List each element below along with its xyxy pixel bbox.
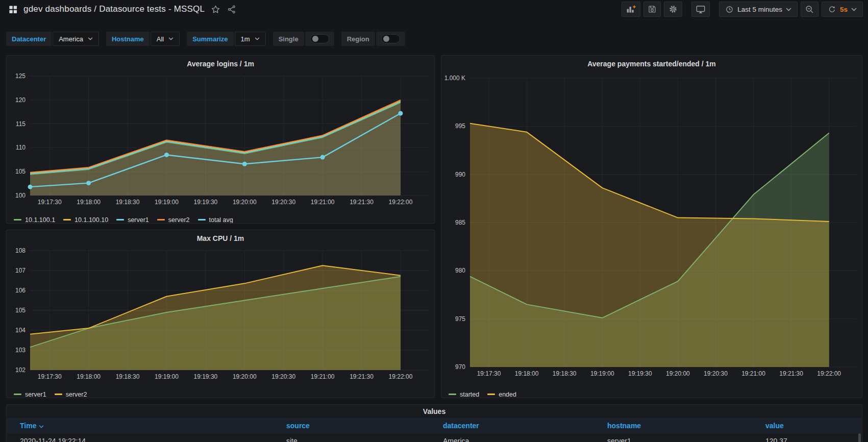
submenu: Datacenter America Hostname All Summariz… (6, 32, 405, 46)
dashboards-grid-icon[interactable] (7, 4, 18, 15)
time-series-graph[interactable]: 19:17:3019:18:0019:18:3019:19:0019:19:30… (441, 72, 862, 387)
time-range-picker[interactable]: Last 5 minutes (719, 2, 798, 17)
region-toggle[interactable] (376, 32, 405, 46)
sort-caret-icon (39, 422, 44, 430)
svg-text:19:19:00: 19:19:00 (155, 199, 179, 206)
toggle-pill (381, 34, 400, 43)
svg-text:19:20:00: 19:20:00 (233, 373, 257, 380)
legend-series-swatch (14, 394, 21, 395)
legend-series-name: 10.1.100.10 (75, 216, 108, 224)
panel-values-table: Values Timesourcedatacenterhostnamevalue… (6, 404, 862, 442)
svg-text:125: 125 (15, 72, 26, 80)
table-header-row: Timesourcedatacenterhostnamevalue (7, 418, 862, 433)
variable-label-datacenter: Datacenter (6, 32, 52, 46)
time-series-graph[interactable]: 19:17:3019:18:0019:18:3019:19:0019:19:30… (7, 72, 434, 213)
variable-value-hostname[interactable]: All (151, 32, 180, 46)
share-icon[interactable] (226, 4, 237, 15)
chevron-down-icon (168, 37, 173, 40)
panel-title[interactable]: Average payments started/ended / 1m (441, 56, 862, 72)
toggle-pill (310, 34, 329, 43)
svg-text:19:20:30: 19:20:30 (704, 370, 728, 377)
svg-text:19:21:30: 19:21:30 (350, 199, 374, 206)
table-column-header-source[interactable]: source (286, 422, 443, 430)
zoom-out-button[interactable] (801, 2, 819, 17)
tv-mode-button[interactable] (691, 2, 710, 17)
legend-series-swatch (449, 394, 456, 395)
svg-text:110: 110 (16, 144, 26, 151)
variable-summarize: Summarize 1m (187, 32, 265, 46)
legend-item[interactable]: total avg (198, 216, 233, 224)
svg-text:115: 115 (16, 120, 26, 128)
svg-text:19:21:00: 19:21:00 (311, 199, 335, 206)
legend-series-name: started (460, 391, 479, 398)
dashboard-title[interactable]: gdev dashboards / Datasource tests - MSS… (23, 4, 205, 14)
table-scrollbar[interactable] (858, 433, 861, 442)
svg-text:19:22:00: 19:22:00 (389, 199, 413, 206)
variable-single: Single (273, 32, 334, 46)
panel-title[interactable]: Max CPU / 1m (7, 230, 434, 247)
legend-series-swatch (55, 394, 62, 395)
svg-text:102: 102 (15, 366, 26, 374)
svg-text:19:18:00: 19:18:00 (77, 373, 101, 380)
svg-text:103: 103 (15, 347, 26, 354)
time-range-label: Last 5 minutes (737, 6, 782, 13)
legend-item[interactable]: 10.1.100.1 (14, 216, 55, 224)
variable-hostname: Hostname All (106, 32, 180, 46)
svg-text:19:22:00: 19:22:00 (817, 370, 841, 377)
graph-legend: startedended (441, 387, 862, 398)
svg-text:19:19:00: 19:19:00 (590, 370, 614, 377)
legend-item[interactable]: server1 (14, 391, 46, 398)
legend-item[interactable]: started (449, 391, 479, 398)
variable-value-summarize[interactable]: 1m (235, 32, 266, 46)
legend-series-name: server2 (168, 216, 190, 224)
time-series-graph[interactable]: 19:17:3019:18:0019:18:3019:19:0019:19:30… (7, 247, 434, 387)
dashboard-settings-button[interactable] (664, 2, 682, 17)
refresh-picker[interactable]: 5s (822, 2, 863, 17)
legend-item[interactable]: server1 (116, 216, 149, 224)
legend-item[interactable]: server2 (157, 216, 190, 224)
table-column-header-hostname[interactable]: hostname (607, 422, 765, 430)
refresh-icon (828, 5, 836, 14)
svg-text:19:21:30: 19:21:30 (779, 370, 803, 377)
navbar: gdev dashboards / Datasource tests - MSS… (0, 0, 868, 18)
legend-item[interactable]: 10.1.100.10 (63, 216, 108, 224)
table-column-header-datacenter[interactable]: datacenter (443, 422, 607, 430)
svg-text:19:17:30: 19:17:30 (38, 199, 62, 206)
svg-text:19:20:00: 19:20:00 (233, 199, 257, 206)
svg-text:19:19:30: 19:19:30 (194, 199, 218, 206)
legend-item[interactable]: server2 (55, 391, 87, 398)
legend-series-swatch (116, 219, 124, 220)
chevron-down-icon (88, 37, 93, 40)
svg-text:1.000 K: 1.000 K (444, 75, 465, 82)
legend-series-swatch (63, 219, 71, 220)
table-row: 2020-11-24 19:22:14siteAmericaserver1120… (7, 433, 862, 442)
svg-text:19:19:00: 19:19:00 (155, 373, 179, 380)
svg-text:105: 105 (15, 307, 26, 314)
table-cell: 2020-11-24 19:22:14 (20, 437, 286, 442)
chevron-down-icon (255, 37, 260, 40)
panel-max-cpu: Max CPU / 1m 19:17:3019:18:0019:18:3019:… (6, 230, 435, 398)
single-toggle[interactable] (305, 32, 334, 46)
svg-text:980: 980 (455, 267, 465, 274)
legend-item[interactable]: ended (487, 391, 516, 398)
legend-series-swatch (198, 219, 206, 220)
variable-value-datacenter[interactable]: America (53, 32, 99, 46)
svg-text:120: 120 (15, 96, 26, 104)
table-column-header-value[interactable]: value (765, 422, 862, 430)
legend-series-name: 10.1.100.1 (25, 216, 55, 224)
table-column-header-time[interactable]: Time (20, 422, 286, 430)
star-icon[interactable] (210, 4, 221, 15)
save-dashboard-button[interactable] (643, 2, 661, 17)
add-panel-button[interactable] (622, 2, 640, 17)
svg-text:19:22:00: 19:22:00 (389, 373, 413, 380)
svg-text:108: 108 (15, 247, 26, 254)
svg-text:106: 106 (15, 287, 26, 294)
panel-title[interactable]: Average logins / 1m (7, 56, 434, 72)
table-cell: America (443, 437, 607, 442)
svg-text:104: 104 (15, 327, 26, 334)
legend-series-swatch (157, 219, 165, 220)
panel-title[interactable]: Values (7, 405, 862, 418)
chevron-down-icon (786, 8, 791, 11)
variable-label-summarize: Summarize (187, 32, 233, 46)
chevron-down-icon (851, 8, 857, 11)
